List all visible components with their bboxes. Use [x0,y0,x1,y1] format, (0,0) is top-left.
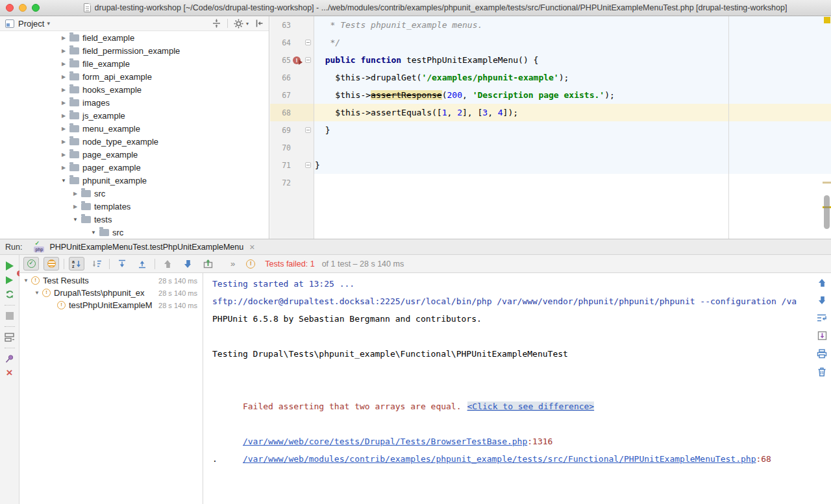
code-line-67[interactable]: 67 $this->assertResponse(200, 'Descripti… [270,86,831,104]
chevron-right-icon[interactable]: ▶ [71,191,79,197]
collapse-vertically-icon[interactable] [212,19,221,28]
tree-item-hooks-example[interactable]: ▶hooks_example [0,83,269,96]
code-line-71[interactable]: 71 } [270,156,831,174]
code-line-63[interactable]: 63 * Tests phpunit_example menus. [270,16,831,34]
chevron-right-icon[interactable]: ▶ [60,126,68,132]
run-label: Run: [5,243,22,252]
sort-alphabetically-toggle[interactable]: az [69,257,84,270]
chevron-down-icon[interactable]: ▼ [71,217,79,222]
chevron-right-icon[interactable]: ▶ [60,61,68,67]
tree-item-menu-example[interactable]: ▶menu_example [0,122,269,135]
minimize-window-button[interactable] [19,4,27,12]
code-line-72[interactable]: 72 [270,174,831,191]
chevron-down-icon[interactable]: ▼ [60,178,68,184]
tree-item-js-example[interactable]: ▶js_example [0,109,269,122]
export-test-results-button[interactable] [200,257,216,270]
scroll-to-end-button[interactable] [817,331,827,342]
chevron-right-icon[interactable]: ▶ [60,48,68,54]
chevron-down-icon[interactable]: ▼ [90,230,97,235]
code-deprecated-call: assertResponse [371,90,442,100]
chevron-right-icon[interactable]: ▶ [60,87,68,93]
close-panel-button[interactable]: × [0,366,19,380]
pin-tab-button[interactable] [0,352,19,366]
fold-marker-icon[interactable] [305,40,311,45]
show-ignored-toggle[interactable] [43,257,59,270]
editor-empty-area[interactable] [270,191,831,239]
console-line-testing: Testing Drupal\Tests\phpunit_example\Fun… [212,345,813,363]
tree-item-field-permission-example[interactable]: ▶field_permission_example [0,44,269,57]
code-line-70[interactable]: 70 [270,139,831,156]
test-case-row[interactable]: ! testPhpUnitExampleM 28 s 140 ms [19,299,203,311]
tree-item-images[interactable]: ▶images [0,96,269,109]
scrollbar-thumb[interactable] [824,195,830,229]
tree-item-form-api-example[interactable]: ▶form_api_example [0,70,269,83]
code-line-65[interactable]: 65! public function testPhpUnitExampleMe… [270,51,831,69]
settings-gear-icon[interactable] [234,19,243,29]
chevron-right-icon[interactable]: ▶ [71,204,79,210]
phpunit-test-icon: ✓ php [34,242,45,252]
code-line-64[interactable]: 64 */ [270,34,831,51]
editor-scrollbar[interactable] [822,16,831,239]
chevron-right-icon[interactable]: ▶ [60,100,68,106]
close-tab-icon[interactable]: × [249,243,254,252]
rerun-failed-tests-button[interactable]: ! [0,273,19,287]
tree-item-phpunit-example[interactable]: ▼phpunit_example [0,174,269,187]
test-console-output[interactable]: Testing started at 13:25 ... sftp://dock… [204,273,813,504]
failed-test-gutter-icon[interactable]: ! [293,56,301,64]
stacktrace-file-link[interactable]: /var/www/web/core/tests/Drupal/Tests/Bro… [243,437,527,446]
tree-item-tests-src[interactable]: ▼src [0,226,269,239]
tree-item-node-type-example[interactable]: ▶node_type_example [0,135,269,148]
stop-button[interactable] [0,309,19,323]
previous-failed-test-button[interactable] [160,257,175,270]
more-options-icon[interactable]: » [230,259,235,269]
soft-wrap-button[interactable] [817,313,827,324]
tree-item-templates[interactable]: ▶templates [0,200,269,213]
next-failed-test-button[interactable] [180,257,195,270]
fold-marker-icon[interactable] [305,57,311,63]
tree-item-field-example[interactable]: ▶field_example [0,31,269,44]
clear-console-button[interactable] [817,367,826,379]
chevron-down-icon[interactable]: ▼ [23,278,31,283]
code-line-69[interactable]: 69 } [270,121,831,139]
hide-panel-icon[interactable] [254,19,264,28]
collapse-all-button[interactable] [134,257,150,270]
toggle-auto-test-button[interactable] [0,287,19,302]
print-button[interactable] [817,349,827,361]
fold-marker-icon[interactable] [305,162,311,168]
chevron-down-icon[interactable]: ▼ [34,290,42,296]
tree-item-page-example[interactable]: ▶page_example [0,148,269,161]
tree-item-pager-example[interactable]: ▶pager_example [0,161,269,174]
scroll-down-button[interactable] [818,296,826,307]
project-panel-title[interactable]: Project [18,19,44,29]
show-passed-toggle[interactable]: ✓ [23,257,39,270]
chevron-right-icon[interactable]: ▶ [60,139,68,145]
tree-item-tests[interactable]: ▼tests [0,213,269,226]
console-line-version: PHPUnit 6.5.8 by Sebastian Bergmann and … [212,310,813,328]
sort-by-duration-button[interactable] [89,257,105,270]
chevron-right-icon[interactable]: ▶ [60,152,68,158]
error-stripe-warning-marker[interactable] [824,17,830,23]
chevron-right-icon[interactable]: ▶ [60,35,68,41]
see-difference-link[interactable]: <Click to see difference> [467,402,595,411]
zoom-window-button[interactable] [32,4,40,12]
chevron-right-icon[interactable]: ▶ [60,165,68,171]
scroll-up-button[interactable] [818,278,826,289]
restore-layout-button[interactable] [0,330,19,344]
test-results-root-row[interactable]: ▼ ! Test Results 28 s 140 ms [19,274,203,287]
close-window-button[interactable] [6,4,14,12]
expand-all-button[interactable] [114,257,130,270]
run-configuration-tab[interactable]: ✓ php PHPUnitExampleMenuTest.testPhpUnit… [30,239,258,255]
tree-item-src[interactable]: ▶src [0,187,269,200]
code-line-68-current[interactable]: 68 $this->assertEquals([1, 2], [3, 4]); [270,104,831,121]
test-suite-row[interactable]: ▼ ! Drupal\Tests\phpunit_ex 28 s 140 ms [19,287,203,299]
fold-marker-icon[interactable] [305,127,311,133]
scrollbar-warning-marker[interactable] [823,182,831,184]
rerun-button[interactable] [0,259,19,273]
tree-item-file-example[interactable]: ▶file_example [0,57,269,70]
chevron-right-icon[interactable]: ▶ [60,113,68,119]
chevron-right-icon[interactable]: ▶ [60,74,68,80]
code-editor[interactable]: 63 * Tests phpunit_example menus. 64 */ … [270,16,831,239]
caret-down-icon[interactable]: ▾ [47,20,50,27]
code-line-66[interactable]: 66 $this->drupalGet('/examples/phpunit-e… [270,69,831,86]
stacktrace-file-link[interactable]: /var/www/web/modules/contrib/examples/ph… [243,454,756,464]
